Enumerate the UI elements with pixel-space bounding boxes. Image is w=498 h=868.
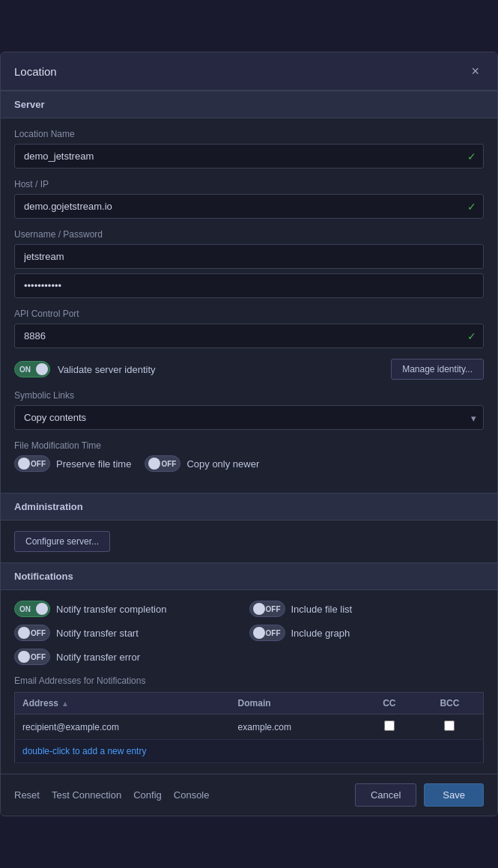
notify-transfer-completion-toggle[interactable]: ON [14,601,50,617]
location-name-check-icon: ✓ [467,151,476,163]
dialog-title: Location [14,65,57,78]
credentials-label: Username / Password [14,229,484,240]
password-wrapper [14,273,484,298]
username-input[interactable] [14,244,484,269]
notifications-section-header: Notifications [1,562,497,590]
notify-transfer-error-text: Notify transfer error [56,652,140,663]
dialog-footer: Reset Test Connection Config Console Can… [1,774,497,816]
symbolic-links-select-wrapper: Copy contents Follow links Ignore links … [14,405,484,430]
validate-identity-row: ON Validate server identity Manage ident… [14,359,484,380]
location-name-field: Location Name ✓ [14,129,484,169]
validate-identity-left: ON Validate server identity [14,361,156,377]
address-cell: recipient@example.com [15,714,231,740]
email-table-label: Email Addresses for Notifications [14,676,484,686]
validate-identity-toggle-label: ON [19,365,31,374]
address-column-header: Address ▲ [15,693,231,714]
bcc-checkbox[interactable] [444,720,455,731]
notify-transfer-completion-item: ON Notify transfer completion [14,601,249,617]
email-table-header-row: Address ▲ Domain CC BCC [15,693,484,714]
email-table-section: Email Addresses for Notifications Addres… [14,676,484,763]
administration-section-content: Configure server... [1,521,497,562]
copy-only-newer-text: Copy only newer [186,458,259,470]
cancel-button[interactable]: Cancel [355,783,416,807]
notify-transfer-start-item: OFF Notify transfer start [14,625,249,641]
api-port-field: API Control Port ✓ [14,309,484,348]
notify-transfer-start-text: Notify transfer start [56,628,139,639]
add-entry-cell: double-click to add a new entry [15,740,484,763]
config-button[interactable]: Config [133,789,162,801]
include-graph-toggle[interactable]: OFF [249,625,285,641]
host-ip-label: Host / IP [14,179,484,189]
api-port-wrapper: ✓ [14,324,484,348]
copy-only-newer-toggle-label: OFF [161,460,176,468]
manage-identity-button[interactable]: Manage identity... [391,359,484,380]
notify-transfer-start-toggle-label: OFF [31,629,46,637]
symbolic-links-label: Symbolic Links [14,390,484,401]
copy-only-newer-toggle[interactable]: OFF [145,455,180,472]
include-file-list-item: OFF Include file list [249,601,485,617]
include-file-list-toggle-label: OFF [266,605,281,613]
host-ip-field: Host / IP ✓ [14,179,484,219]
location-name-wrapper: ✓ [14,144,484,169]
footer-right-buttons: Cancel Save [355,783,484,807]
server-section-header: Server [1,91,497,118]
preserve-file-time-toggle[interactable]: OFF [14,455,50,472]
include-graph-toggle-label: OFF [266,629,281,637]
notify-transfer-error-knob [18,651,30,663]
validate-identity-toggle[interactable]: ON [14,361,50,377]
include-graph-knob [253,627,265,639]
include-file-list-text: Include file list [291,604,353,615]
notifications-section-content: ON Notify transfer completion OFF Includ… [1,590,497,774]
administration-section-header: Administration [1,493,497,521]
cc-cell [362,714,416,740]
sort-icon: ▲ [61,699,69,708]
api-port-check-icon: ✓ [467,330,476,342]
location-dialog: Location × Server Location Name ✓ Host /… [0,52,498,816]
notify-transfer-error-toggle-label: OFF [31,653,46,661]
file-mod-time-field: File Modification Time OFF Preserve file… [14,440,484,472]
include-file-list-knob [253,603,265,615]
include-graph-text: Include graph [291,628,350,639]
host-ip-wrapper: ✓ [14,194,484,219]
notify-transfer-completion-toggle-label: ON [19,605,31,613]
notify-transfer-error-item: OFF Notify transfer error [14,649,249,665]
notify-transfer-start-toggle[interactable]: OFF [14,625,50,641]
bcc-column-header: BCC [416,693,484,714]
table-row: recipient@example.com example.com [15,714,484,740]
email-addresses-table: Address ▲ Domain CC BCC recipient@exampl… [14,692,484,763]
server-section-content: Location Name ✓ Host / IP ✓ Username / P… [1,118,497,493]
reset-button[interactable]: Reset [14,789,40,801]
validate-identity-knob [36,363,48,375]
location-name-input[interactable] [14,144,484,169]
include-file-list-toggle[interactable]: OFF [249,601,285,617]
save-button[interactable]: Save [424,783,484,807]
password-input[interactable] [14,273,484,298]
bcc-cell [416,714,484,740]
host-ip-input[interactable] [14,194,484,219]
api-port-input[interactable] [14,324,484,348]
cc-checkbox[interactable] [384,720,395,731]
credentials-field: Username / Password [14,229,484,298]
email-table-body: recipient@example.com example.com double… [15,714,484,763]
test-connection-button[interactable]: Test Connection [52,789,121,801]
symbolic-links-field: Symbolic Links Copy contents Follow link… [14,390,484,430]
symbolic-links-select[interactable]: Copy contents Follow links Ignore links [14,405,484,430]
notify-transfer-error-toggle[interactable]: OFF [14,649,50,665]
preserve-file-time-knob [18,458,30,470]
include-graph-item: OFF Include graph [249,625,485,641]
notify-transfer-completion-text: Notify transfer completion [56,604,166,615]
notify-transfer-completion-knob [36,603,48,615]
dialog-header: Location × [1,52,497,91]
add-entry-link[interactable]: double-click to add a new entry [22,746,146,756]
footer-left-buttons: Reset Test Connection Config Console [14,789,209,801]
configure-server-button[interactable]: Configure server... [14,531,110,552]
domain-cell: example.com [231,714,362,740]
console-button[interactable]: Console [174,789,210,801]
validate-identity-text: Validate server identity [58,364,156,375]
preserve-file-time-item: OFF Preserve file time [14,455,131,472]
username-wrapper [14,244,484,269]
location-name-label: Location Name [14,129,484,139]
notify-transfer-start-knob [18,627,30,639]
file-mod-time-label: File Modification Time [14,440,484,451]
close-button[interactable]: × [467,63,484,79]
